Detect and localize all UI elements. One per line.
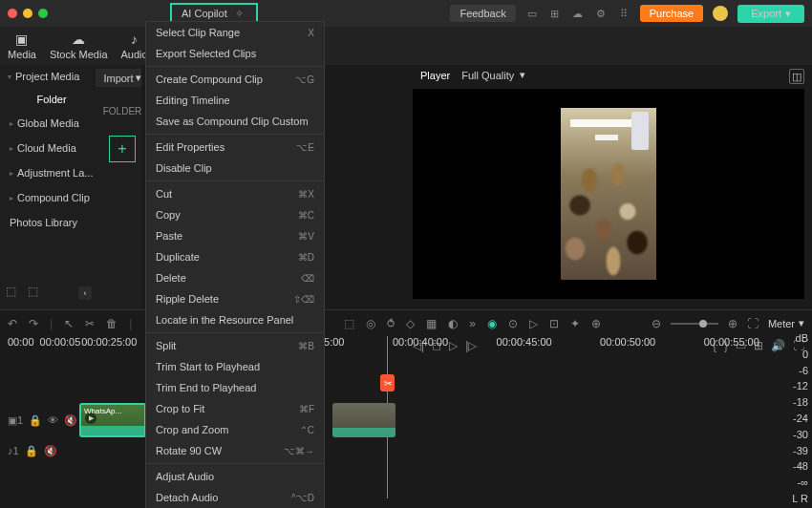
video-clip-2[interactable] (332, 403, 395, 437)
video-clip-1[interactable]: ▶ WhatsAp... (79, 403, 146, 437)
menu-trim-end: Trim End to Playhead (146, 377, 324, 398)
layout-icon[interactable]: ⊞ (548, 7, 562, 20)
tool-a-icon[interactable]: ⬚ (6, 285, 16, 298)
menu-cut[interactable]: Cut⌘X (146, 183, 324, 204)
tool-icon[interactable]: ⊡ (549, 317, 559, 330)
zoom-thumb[interactable] (699, 320, 707, 328)
menu-crop-zoom[interactable]: Crop and Zoom⌃C (146, 419, 324, 440)
chevron-down-icon: ▾ (785, 8, 791, 20)
chevron-right-icon: ▸ (10, 194, 13, 202)
clip-label: WhatsAp... (84, 407, 121, 415)
menu-edit-properties[interactable]: Edit Properties⌥E (146, 137, 324, 158)
cloud-icon[interactable]: ☁ (571, 7, 585, 20)
titlebar: AI Copilot ✧ Feedback ▭ ⊞ ☁ ⚙ ⠿ Purchase… (0, 0, 812, 27)
undo-icon[interactable]: ↶ (8, 317, 17, 330)
menu-duplicate[interactable]: Duplicate⌘D (146, 246, 324, 267)
eye-icon[interactable]: 👁 (48, 414, 58, 427)
add-folder-button[interactable]: + (109, 136, 136, 162)
folder-column: Import ▾ FOLDER + (103, 65, 141, 313)
color-icon[interactable]: ◐ (448, 317, 458, 330)
tab-audio[interactable]: ♪ Audio (121, 32, 148, 60)
sidebar-adjustment[interactable]: ▸ Adjustment La... (0, 160, 103, 185)
fit-icon[interactable]: ⛶ (747, 317, 759, 330)
minimize-window[interactable] (23, 9, 32, 18)
menu-ripple-delete[interactable]: Ripple Delete⇧⌫ (146, 288, 324, 309)
menu-export-clips[interactable]: Export Selected Clips (146, 43, 324, 64)
tool-icon[interactable]: ✦ (570, 317, 580, 330)
menu-detach-audio[interactable]: Detach Audio^⌥D (146, 487, 324, 508)
purchase-button[interactable]: Purchase (640, 5, 703, 22)
active-tool-icon[interactable]: ◉ (487, 317, 497, 330)
sidebar-global-media[interactable]: ▸ Global Media (0, 111, 103, 136)
tool-icon[interactable]: ⊕ (591, 317, 601, 330)
menu-create-compound[interactable]: Create Compound Clip⌥G (146, 69, 324, 90)
context-menu: Select Clip RangeX Export Selected Clips… (145, 21, 325, 508)
pointer-icon[interactable]: ↖ (64, 317, 74, 330)
mask-icon[interactable]: ▦ (426, 317, 437, 330)
video-track-icon[interactable]: ▣1 (8, 414, 23, 427)
user-avatar[interactable] (713, 6, 728, 21)
monitor-icon[interactable]: ▭ (525, 7, 539, 20)
chevron-icon: ▾ (8, 73, 11, 81)
chevron-right-icon: ▸ (10, 169, 13, 178)
close-window[interactable] (8, 9, 17, 18)
ruler-tick: 00:00:40:00 (369, 336, 473, 351)
menu-copy[interactable]: Copy⌘C (146, 204, 324, 225)
tool-icon[interactable]: ▷ (529, 317, 538, 330)
chevron-right-icon: ▸ (10, 119, 13, 128)
redo-icon[interactable]: ↷ (29, 317, 38, 330)
grid-icon[interactable]: ⠿ (617, 7, 630, 20)
menu-editing-timeline: Editing Timeline (146, 90, 324, 111)
folder-button[interactable]: Folder (0, 88, 103, 111)
menu-delete[interactable]: Delete⌫ (146, 267, 324, 288)
cut-icon[interactable]: ✂ (85, 317, 95, 330)
sidebar-cloud-media[interactable]: ▸ Cloud Media (0, 136, 103, 160)
settings-icon[interactable]: ⚙ (594, 7, 608, 20)
snapshot-icon[interactable]: ◫ (789, 69, 804, 84)
chevron-down-icon: ▾ (520, 69, 525, 81)
lock-icon[interactable]: 🔒 (25, 445, 38, 457)
zoom-in-icon[interactable]: ⊕ (728, 317, 737, 330)
marker-icon[interactable]: ◎ (366, 317, 375, 330)
more-icon[interactable]: » (469, 317, 476, 330)
delete-icon[interactable]: 🗑 (106, 317, 118, 330)
playhead-handle[interactable]: ✂ (380, 374, 395, 392)
audio-track-icon[interactable]: ♪1 (8, 445, 19, 457)
quality-dropdown[interactable]: Full Quality ▾ (461, 69, 525, 81)
menu-select-clip-range[interactable]: Select Clip RangeX (146, 22, 324, 43)
player-viewport[interactable]: 00:00:27:12 / 00:00:27:12 ◁| ◻ ▷ |▷ { } … (413, 89, 804, 299)
sidebar-compound[interactable]: ▸ Compound Clip (0, 185, 103, 210)
folder-header: FOLDER (103, 106, 142, 116)
feedback-button[interactable]: Feedback (450, 5, 515, 22)
tool-b-icon[interactable]: ⬚ (28, 285, 38, 298)
zoom-out-icon[interactable]: ⊖ (652, 317, 661, 330)
meter-dropdown[interactable]: Meter ▾ (768, 317, 804, 329)
speed-icon[interactable]: ⥀ (387, 317, 395, 330)
menu-crop-fit[interactable]: Crop to Fit⌘F (146, 398, 324, 419)
collapse-button[interactable]: ‹ (78, 286, 92, 300)
video-track[interactable]: ▣1 🔒 👁 🔇 ▶ WhatsAp... (8, 401, 783, 439)
main-tabs: ▣ Media ☁ Stock Media ♪ Audio (0, 27, 812, 65)
project-media-header[interactable]: ▾ Project Media (0, 65, 103, 88)
maximize-window[interactable] (38, 9, 48, 18)
export-button[interactable]: Export ▾ (737, 5, 804, 23)
ruler-tick: 00:00:55:00 (679, 336, 783, 351)
mute-icon[interactable]: 🔇 (44, 445, 57, 457)
menu-disable-clip[interactable]: Disable Clip (146, 158, 324, 179)
player-label: Player (420, 70, 450, 81)
crop-icon[interactable]: ⬚ (344, 317, 354, 330)
menu-adjust-audio[interactable]: Adjust Audio (146, 466, 324, 487)
zoom-slider[interactable] (671, 323, 718, 325)
menu-rotate[interactable]: Rotate 90 CW⌥⌘→ (146, 440, 324, 461)
sparkle-icon: ✧ (233, 7, 246, 20)
tab-stock-media[interactable]: ☁ Stock Media (50, 32, 108, 60)
tab-media[interactable]: ▣ Media (8, 32, 36, 60)
menu-locate[interactable]: Locate in the Resource Panel (146, 309, 324, 330)
mute-track-icon[interactable]: 🔇 (64, 414, 77, 427)
lock-icon[interactable]: 🔒 (29, 414, 42, 427)
sidebar-photos[interactable]: Photos Library (0, 210, 103, 235)
audio-track[interactable]: ♪1 🔒 🔇 (8, 445, 57, 457)
keyframe-icon[interactable]: ◇ (406, 317, 415, 330)
menu-save-compound: Save as Compound Clip Custom (146, 111, 324, 132)
rec-icon[interactable]: ⊙ (508, 317, 518, 330)
